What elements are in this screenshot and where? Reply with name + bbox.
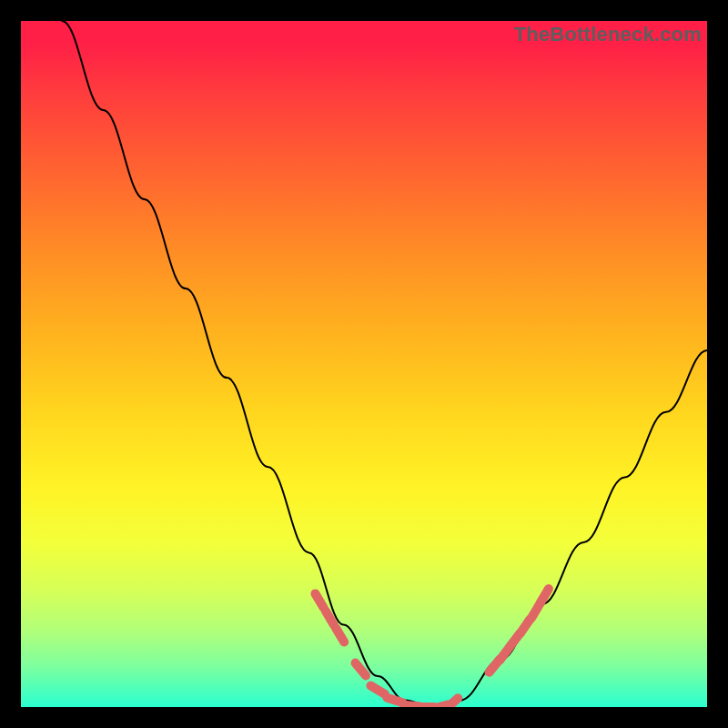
svg-line-1 xyxy=(326,611,334,624)
svg-line-4 xyxy=(370,686,384,694)
chart-svg xyxy=(21,21,707,707)
svg-line-9 xyxy=(446,698,458,707)
svg-line-5 xyxy=(387,698,402,703)
svg-line-3 xyxy=(356,663,367,676)
plot-area: TheBottleneck.com xyxy=(21,21,707,707)
chart-frame: TheBottleneck.com xyxy=(0,0,728,728)
svg-line-0 xyxy=(315,593,323,607)
black-curve xyxy=(62,21,707,707)
red-dash-cluster xyxy=(315,589,549,707)
svg-line-2 xyxy=(336,628,344,642)
svg-line-15 xyxy=(541,589,549,603)
